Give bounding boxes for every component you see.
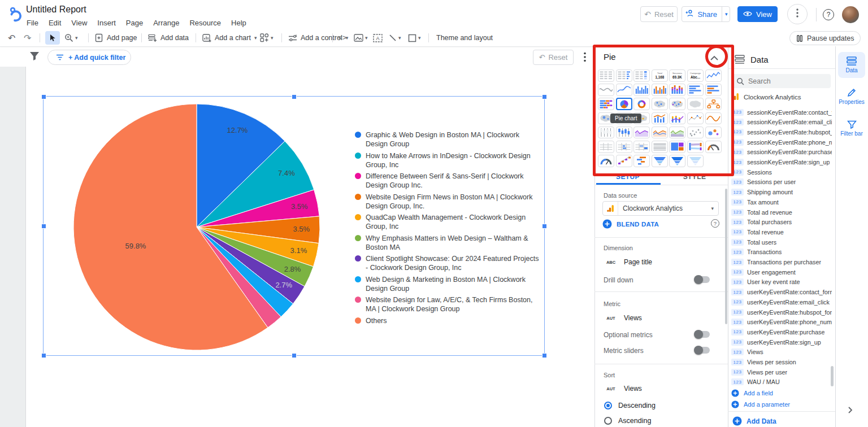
tab-style[interactable]: STYLE xyxy=(661,169,728,184)
selection-handle[interactable] xyxy=(542,353,547,358)
drill-down-toggle[interactable] xyxy=(695,276,710,283)
field-row[interactable]: 123userKeyEventRate:purchase xyxy=(731,327,834,337)
field-row[interactable]: 123sessionKeyEventRate:email_click xyxy=(731,117,834,127)
blend-help-icon[interactable]: ? xyxy=(711,219,719,228)
header-reset-button[interactable]: ↶ Reset xyxy=(640,6,678,22)
field-row[interactable]: 123Tax amount xyxy=(731,197,834,207)
field-row[interactable]: 123Views per session xyxy=(731,358,834,367)
theme-layout-button[interactable]: Theme and layout xyxy=(436,29,493,46)
selection-handle[interactable] xyxy=(542,94,547,99)
selection-handle[interactable] xyxy=(41,94,46,99)
menu-resource[interactable]: Resource xyxy=(184,18,226,28)
rail-filter-bar-button[interactable]: Filter bar xyxy=(838,115,865,141)
chart-type-pivot-bar-icon[interactable] xyxy=(616,141,632,153)
chart-type-column-multi-icon[interactable] xyxy=(652,84,668,96)
chart-type-table-bar-icon[interactable] xyxy=(616,69,632,82)
selection-handle[interactable] xyxy=(542,224,547,229)
field-row[interactable]: 123User key event rate xyxy=(731,277,834,287)
pie-chart[interactable]: 12.7%7.4%3.5%3.5%3.1%2.8%2.7%59.8% xyxy=(67,97,327,357)
search-input[interactable] xyxy=(732,74,831,88)
redo-button[interactable]: ↷ xyxy=(24,29,31,46)
sort-ascending-radio[interactable] xyxy=(604,417,612,425)
chart-type-table-icon[interactable] xyxy=(598,69,614,82)
chart-type-scorecard-total-icon[interactable]: Total1,168 xyxy=(652,69,668,82)
chart-type-step-chart-icon[interactable] xyxy=(616,155,632,167)
chart-type-sankey-icon[interactable] xyxy=(687,141,704,153)
field-row[interactable]: 123sessionKeyEventRate:contact_form_... xyxy=(731,107,834,117)
chart-type-gray-map-icon[interactable] xyxy=(687,98,704,110)
dimension-chip[interactable]: ABC Page title xyxy=(602,255,719,269)
field-row[interactable]: 123sessionKeyEventRate:purchase xyxy=(731,147,834,157)
chart-type-treemap-icon[interactable] xyxy=(669,141,685,153)
field-row[interactable]: 123userKeyEventRate:sign_up xyxy=(731,337,834,347)
menu-help[interactable]: Help xyxy=(226,18,251,28)
chart-type-donut-chart-icon[interactable] xyxy=(633,98,650,110)
field-row[interactable]: 123Transactions per purchaser xyxy=(731,258,834,267)
chart-type-sparkline-icon[interactable] xyxy=(705,69,722,82)
data-scrollbar[interactable] xyxy=(831,366,834,386)
selection-handle[interactable] xyxy=(41,224,46,229)
field-row[interactable]: 123Total revenue xyxy=(731,227,834,237)
canvas-more-options[interactable] xyxy=(584,52,586,64)
chart-type-line-scatter-icon[interactable] xyxy=(687,112,704,125)
sort-metric-chip[interactable]: AUT Views xyxy=(602,382,719,395)
chart-type-bar-multi-icon[interactable] xyxy=(705,84,722,96)
chart-type-pivot-heatmap-icon[interactable] xyxy=(633,141,650,153)
setup-scrollbar[interactable] xyxy=(725,189,727,324)
share-button[interactable]: Share ▾ xyxy=(682,6,730,22)
field-row[interactable]: 123userKeyEventRate:hubspot_form_su... xyxy=(731,307,834,317)
menu-view[interactable]: View xyxy=(66,18,92,28)
add-parameter-button[interactable]: Add a parameter xyxy=(731,400,790,408)
field-row[interactable]: 123Transactions xyxy=(731,247,834,257)
sort-descending-radio[interactable] xyxy=(604,402,612,409)
add-page-button[interactable]: Add page xyxy=(95,29,137,46)
chart-type-flow-chart-icon[interactable] xyxy=(705,98,722,110)
optional-metrics-toggle[interactable] xyxy=(695,331,710,338)
community-visualizations-button[interactable]: ▾ xyxy=(260,29,274,46)
add-field-button[interactable]: Add a field xyxy=(731,389,773,397)
text-box-button[interactable]: A xyxy=(373,29,383,46)
add-data-button[interactable]: Add data xyxy=(148,29,189,46)
chart-type-combo-stacked-icon[interactable] xyxy=(669,112,685,125)
chart-type-candlestick-blue-icon[interactable] xyxy=(616,127,632,139)
chart-type-combo-chart-icon[interactable] xyxy=(652,112,668,125)
field-row[interactable]: 123Views per user xyxy=(731,367,834,377)
add-data-button[interactable]: Add Data xyxy=(732,416,776,426)
chart-type-funnel-icon[interactable] xyxy=(652,155,668,167)
field-row[interactable]: 123Total purchasers xyxy=(731,217,834,227)
chart-type-funnel-solid-icon[interactable] xyxy=(669,155,685,167)
menu-arrange[interactable]: Arrange xyxy=(148,18,184,28)
select-cursor-button[interactable] xyxy=(45,31,60,45)
filter-funnel-icon[interactable] xyxy=(29,51,40,63)
menu-file[interactable]: File xyxy=(21,18,44,28)
chart-type-line-chart-icon[interactable] xyxy=(616,84,632,96)
chart-type-table-heatmap-icon[interactable] xyxy=(633,69,650,82)
menu-insert[interactable]: Insert xyxy=(92,18,121,28)
zoom-button[interactable]: ▾ xyxy=(64,29,78,46)
looker-studio-logo-icon[interactable] xyxy=(8,6,23,25)
metric-sliders-toggle[interactable] xyxy=(695,347,710,354)
field-row[interactable]: 123WAU / MAU xyxy=(731,377,834,387)
avatar[interactable] xyxy=(842,6,859,23)
chart-type-gauge-icon[interactable] xyxy=(705,141,722,153)
chart-type-candlestick-icon[interactable] xyxy=(598,127,614,139)
chart-type-scorecard-sessions-icon[interactable]: Sessions69.3K xyxy=(669,69,685,82)
add-chart-button[interactable]: Add a chart ▾ xyxy=(202,29,257,46)
field-row[interactable]: 123Total users xyxy=(731,237,834,247)
field-row[interactable]: 123sessionKeyEventRate:phone_numbe... xyxy=(731,137,834,147)
data-source-select[interactable]: Clockwork Analytics ▾ xyxy=(602,201,719,216)
chart-type-column-stacked-icon[interactable] xyxy=(669,84,685,96)
field-row[interactable]: 123sessionKeyEventRate:sign_up xyxy=(731,158,834,167)
pause-updates-button[interactable]: Pause updates xyxy=(789,31,861,45)
menu-edit[interactable]: Edit xyxy=(44,18,66,28)
chevron-up-icon[interactable] xyxy=(710,53,719,63)
chart-type-geo-map-icon[interactable] xyxy=(652,98,668,110)
canvas-reset-button[interactable]: ↶ Reset xyxy=(533,50,574,65)
field-row[interactable]: 123userKeyEventRate:email_click xyxy=(731,297,834,307)
chart-type-bar-chart-icon[interactable] xyxy=(687,84,704,96)
field-row[interactable]: 123Sessions per user xyxy=(731,177,834,187)
chart-type-bar-stacked-icon[interactable] xyxy=(598,98,614,110)
field-row[interactable]: 123userKeyEventRate:contact_form_su... xyxy=(731,287,834,297)
chart-type-area-smooth-icon[interactable] xyxy=(633,127,650,139)
field-row[interactable]: 123Sessions xyxy=(731,167,834,177)
